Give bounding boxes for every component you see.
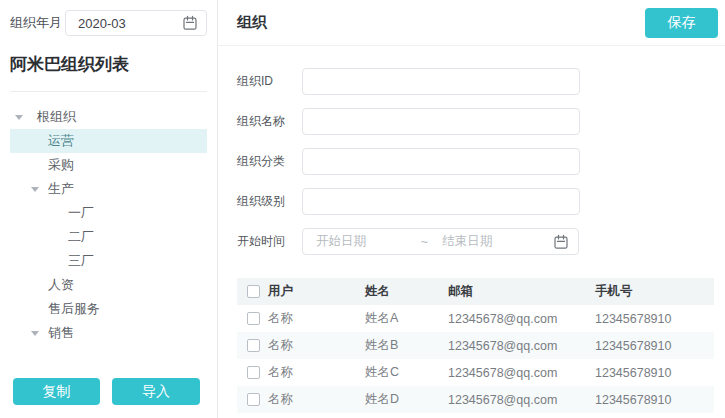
org-id-label: 组织ID <box>237 73 302 90</box>
cell-user: 名称 <box>268 310 293 327</box>
calendar-icon[interactable] <box>553 234 569 250</box>
import-button[interactable]: 导入 <box>112 378 200 405</box>
form-row: 组织ID <box>237 68 725 95</box>
caret-down-icon[interactable] <box>31 187 39 192</box>
row-checkbox[interactable] <box>247 393 260 406</box>
tree-node[interactable]: 售后服务 <box>10 297 207 321</box>
org-level-input[interactable] <box>302 188 580 215</box>
tree-node[interactable]: 运营 <box>10 129 207 153</box>
org-id-input[interactable] <box>302 68 580 95</box>
table-row[interactable]: 名称 姓名D 12345678@qq.com 12345678910 <box>237 386 714 413</box>
org-category-input[interactable] <box>302 148 580 175</box>
org-list-title: 阿米巴组织列表 <box>10 53 207 76</box>
cell-phone: 12345678910 <box>595 366 714 380</box>
tree-node-label: 一厂 <box>68 204 94 222</box>
start-time-label: 开始时间 <box>237 233 302 250</box>
divider <box>10 91 207 92</box>
tree-node-label: 销售 <box>48 324 74 342</box>
table-row[interactable]: 名称 姓名B 12345678@qq.com 12345678910 <box>237 332 714 359</box>
cell-user: 名称 <box>268 337 293 354</box>
app-window: 组织年月 阿米巴组织列表 根组织 运营 采购 <box>0 0 725 418</box>
form-row: 开始时间 开始日期 ~ 结束日期 <box>237 228 725 255</box>
cell-user: 名称 <box>268 364 293 381</box>
cell-name: 姓名A <box>365 310 448 327</box>
copy-button[interactable]: 复制 <box>13 378 100 405</box>
tree-node[interactable]: 根组织 <box>10 105 207 129</box>
row-checkbox[interactable] <box>247 312 260 325</box>
tree-node[interactable]: 三厂 <box>10 249 207 273</box>
tree-node[interactable]: 生产 <box>10 177 207 201</box>
table-header-row: 用户 姓名 邮箱 手机号 <box>237 278 714 305</box>
cell-email: 12345678@qq.com <box>448 312 595 326</box>
col-header-email: 邮箱 <box>448 283 595 300</box>
start-date-placeholder[interactable]: 开始日期 <box>316 233 421 250</box>
form-row: 组织名称 <box>237 108 725 135</box>
cell-phone: 12345678910 <box>595 312 714 326</box>
col-header-user: 用户 <box>268 283 293 300</box>
tree-node-label: 采购 <box>48 156 74 174</box>
col-header-name: 姓名 <box>365 283 448 300</box>
tree-node-label: 三厂 <box>68 252 94 270</box>
cell-email: 12345678@qq.com <box>448 366 595 380</box>
caret-down-icon[interactable] <box>31 331 39 336</box>
main-panel: 组织 保存 组织ID 组织名称 组织分类 组织级别 开始时间 <box>218 0 725 418</box>
form-row: 组织分类 <box>237 148 725 175</box>
table-row[interactable]: 名称 姓名A 12345678@qq.com 12345678910 <box>237 305 714 332</box>
tree-node[interactable]: 二厂 <box>10 225 207 249</box>
tree-node[interactable]: 采购 <box>10 153 207 177</box>
tree-node[interactable]: 销售 <box>10 321 207 345</box>
page-title: 组织 <box>237 13 267 32</box>
row-checkbox[interactable] <box>247 366 260 379</box>
cell-phone: 12345678910 <box>595 393 714 407</box>
cell-email: 12345678@qq.com <box>448 393 595 407</box>
org-name-label: 组织名称 <box>237 113 302 130</box>
cell-name: 姓名D <box>365 391 448 408</box>
table-row[interactable]: 名称 姓名C 12345678@qq.com 12345678910 <box>237 359 714 386</box>
tree-node-label: 售后服务 <box>48 300 100 318</box>
left-sidebar: 组织年月 阿米巴组织列表 根组织 运营 采购 <box>0 0 218 418</box>
date-range-picker[interactable]: 开始日期 ~ 结束日期 <box>302 228 579 255</box>
org-tree: 根组织 运营 采购 生产 一厂 二厂 三厂 人资 <box>10 105 207 345</box>
calendar-icon[interactable] <box>182 15 198 31</box>
org-form: 组织ID 组织名称 组织分类 组织级别 开始时间 开始日期 ~ 结束日期 <box>237 68 725 255</box>
sidebar-actions: 复制 导入 <box>13 378 200 405</box>
col-header-phone: 手机号 <box>595 283 714 300</box>
save-button[interactable]: 保存 <box>645 8 718 38</box>
cell-phone: 12345678910 <box>595 339 714 353</box>
org-name-input[interactable] <box>302 108 580 135</box>
org-level-label: 组织级别 <box>237 193 302 210</box>
org-category-label: 组织分类 <box>237 153 302 170</box>
period-row: 组织年月 <box>10 10 207 36</box>
period-input-wrap <box>65 10 207 36</box>
tree-node[interactable]: 一厂 <box>10 201 207 225</box>
tree-node-label: 根组织 <box>37 108 76 126</box>
cell-name: 姓名B <box>365 337 448 354</box>
tree-node-label: 二厂 <box>68 228 94 246</box>
main-header: 组织 保存 <box>218 0 725 46</box>
form-row: 组织级别 <box>237 188 725 215</box>
cell-email: 12345678@qq.com <box>448 339 595 353</box>
tree-node[interactable]: 人资 <box>10 273 207 297</box>
select-all-checkbox[interactable] <box>247 285 260 298</box>
cell-user: 名称 <box>268 391 293 408</box>
cell-name: 姓名C <box>365 364 448 381</box>
date-range-separator: ~ <box>421 235 428 249</box>
row-checkbox[interactable] <box>247 339 260 352</box>
tree-node-label: 生产 <box>48 180 74 198</box>
end-date-placeholder[interactable]: 结束日期 <box>442 233 547 250</box>
tree-node-label: 人资 <box>48 276 74 294</box>
user-table: 用户 姓名 邮箱 手机号 名称 姓名A 12345678@qq.com 1234… <box>237 278 714 413</box>
tree-node-label: 运营 <box>48 132 74 150</box>
caret-down-icon[interactable] <box>15 115 23 120</box>
period-label: 组织年月 <box>10 14 65 32</box>
